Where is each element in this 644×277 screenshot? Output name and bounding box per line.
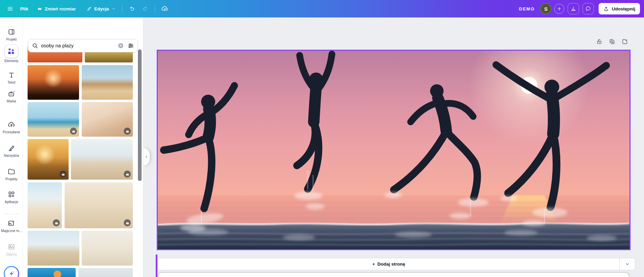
redo-button[interactable]: [139, 3, 152, 15]
photo-thumbnail-beach-ball-in-blue-water[interactable]: [28, 268, 76, 277]
panel-header-bg: [23, 17, 143, 38]
brand-icon: co: [7, 89, 16, 98]
sparkle-icon: [5, 267, 18, 277]
unlock-button[interactable]: [595, 38, 603, 46]
text-icon: [7, 71, 16, 79]
selection-border-extension: [156, 255, 157, 277]
chevron-left-icon: [144, 154, 149, 159]
photo-thumbnail-friends-group-selfie[interactable]: [82, 102, 133, 137]
photo-thumbnail-calm-beach-people[interactable]: [82, 231, 133, 266]
sidebar-item-label: Przesyłanie: [3, 130, 20, 134]
top-bar: Plik Zmień rozmiar Edycja: [0, 0, 644, 17]
add-page-label: Dodaj stronę: [377, 262, 405, 267]
add-page-bar[interactable]: + Dodaj stronę: [158, 258, 635, 270]
canva-assistant-button[interactable]: [4, 266, 19, 277]
chevron-down-icon: [111, 6, 116, 11]
pro-crown-badge: [53, 219, 60, 226]
svg-text:co: co: [10, 93, 12, 95]
add-member-button[interactable]: [554, 4, 564, 14]
photo-thumbnail-people-in-sea-at-sunset[interactable]: [28, 139, 69, 180]
elements-shapes-icon: ♥▲■●: [5, 45, 18, 58]
sidebar-item-uploads[interactable]: Przesyłanie: [0, 120, 23, 134]
pro-crown-badge: [124, 219, 131, 226]
photo-thumbnail-family-white-outfits-beach[interactable]: [28, 182, 62, 228]
search-box: [28, 39, 138, 52]
file-menu-button[interactable]: Plik: [17, 4, 32, 14]
photo-thumbnail-group-walking-beach-cliffs[interactable]: [82, 65, 133, 100]
duplicate-page-button[interactable]: [608, 38, 616, 46]
toolbar-divider: [155, 5, 155, 13]
share-upload-icon: [603, 6, 609, 12]
pro-crown-badge: [124, 171, 131, 178]
photo-thumbnail-friends-lying-on-sand[interactable]: [65, 182, 133, 228]
plus-icon: [557, 6, 562, 11]
bar-chart-icon: [570, 6, 576, 12]
filter-icon[interactable]: [127, 42, 134, 49]
insights-button[interactable]: [568, 3, 579, 14]
sidebar-item-tools[interactable]: Narzędzia: [0, 144, 23, 157]
demo-badge: DEMO: [519, 6, 535, 11]
uploads-icon: [7, 120, 16, 129]
edit-menu-button[interactable]: Edycja: [82, 3, 119, 14]
plus-glyph: +: [372, 262, 375, 267]
photo-thumbnail-friends-jumping-sunset-silhouette[interactable]: [28, 65, 79, 100]
resize-label: Zmień rozmiar: [45, 6, 76, 11]
duplicate-icon: [609, 38, 615, 45]
toolbar-divider: [122, 5, 122, 13]
sidebar-item-label: Projekty: [5, 177, 17, 181]
pro-crown-badge: [70, 128, 77, 135]
page-1-selected-photo[interactable]: [157, 50, 631, 250]
save-status-button[interactable]: [158, 2, 172, 15]
magic-media-icon: [7, 219, 16, 228]
file-menu-label: Plik: [20, 6, 28, 11]
chevron-down-icon: [625, 262, 630, 267]
share-button[interactable]: Udostępnij: [599, 3, 640, 14]
sidebar-item-magic-media[interactable]: Magiczne m...: [0, 219, 23, 233]
sidebar-item-elements[interactable]: ♥▲■●Elementy: [0, 45, 23, 63]
canvas-area: + Dodaj stronę: [143, 17, 644, 277]
cloud-saved-icon: [161, 5, 168, 12]
sidebar-item-label: Tekst: [7, 81, 15, 84]
sidebar-item-projects[interactable]: Projekty: [0, 167, 23, 181]
photo-thumbnail-crowded-beach-blue-sea[interactable]: [28, 102, 79, 137]
photo-thumbnail-hazy-beach-sky[interactable]: [78, 268, 133, 277]
photos-panel: Zdjęcia: [23, 17, 143, 277]
photo-thumbnail-group-holding-parachute[interactable]: [28, 231, 79, 266]
photo-thumbnail-beach-yoga-group[interactable]: [71, 139, 133, 180]
hamburger-menu-icon: [7, 5, 13, 12]
sidebar-item-text[interactable]: Tekst: [0, 71, 23, 84]
sidebar-item-label: Narzędzia: [4, 154, 19, 157]
beach-sunset-jumping-silhouettes-photo: [158, 51, 630, 249]
panel-scrollbar[interactable]: [138, 49, 142, 181]
avatar-initial: S: [544, 6, 547, 12]
search-input[interactable]: [41, 43, 117, 48]
search-icon: [32, 42, 38, 49]
clear-search-icon[interactable]: [117, 42, 124, 49]
comment-bubble-icon: [585, 6, 591, 12]
sidebar-item-brand[interactable]: coMarka: [0, 89, 23, 103]
redo-icon: [142, 5, 149, 12]
edit-label: Edycja: [94, 6, 109, 11]
avatar[interactable]: S: [540, 3, 552, 14]
resize-button[interactable]: Zmień rozmiar: [34, 3, 79, 14]
sidebar-item-label: Projekt: [6, 38, 16, 41]
page-2-preview[interactable]: [158, 272, 630, 277]
sidebar-item-label: Magiczne m...: [1, 229, 22, 233]
undo-button[interactable]: [125, 3, 139, 15]
sidebar-item-label: Aplikacje: [5, 200, 18, 204]
sidebar-item-design[interactable]: Projekt: [0, 28, 23, 41]
sidebar-item-label: Zdjęcia: [6, 252, 17, 256]
pro-crown-badge: [60, 171, 67, 178]
sidebar: Projekt♥▲■●ElementyTekstcoMarkaPrzesyłan…: [0, 17, 23, 277]
page-toolbar: [595, 38, 629, 46]
add-page-options-button[interactable]: [619, 258, 635, 270]
pencil-icon: [86, 6, 92, 12]
add-page-icon-button[interactable]: [621, 38, 629, 46]
crown-icon: [37, 6, 42, 11]
design-icon: [7, 28, 16, 36]
main-menu-button[interactable]: [3, 3, 17, 15]
comments-button[interactable]: [582, 3, 594, 14]
sidebar-item-photos[interactable]: Zdjęcia: [0, 242, 23, 256]
sidebar-item-apps[interactable]: Aplikacje: [0, 190, 23, 204]
canva-editor: Plik Zmień rozmiar Edycja: [0, 0, 644, 277]
